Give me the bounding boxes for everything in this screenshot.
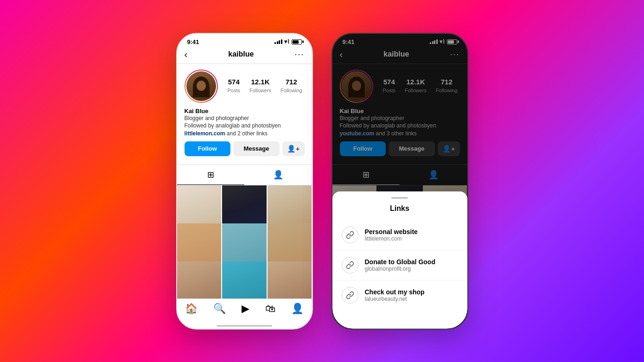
following-label: Following (281, 88, 302, 93)
stat-following: 712 Following (281, 78, 302, 94)
modal-handle (391, 197, 408, 199)
dark-phone-wrapper: 9:41 ▾⌇ ‹ kaiblue ··· (332, 33, 468, 330)
status-icons: ▾⌇ (274, 38, 302, 45)
tab-tagged[interactable]: 👤 (244, 165, 312, 185)
search-nav-item[interactable]: 🔍 (213, 303, 226, 315)
back-button[interactable]: ‹ (185, 49, 188, 60)
grid-cell-7[interactable] (177, 261, 222, 298)
link-text-2: Check out my shop lalueurbeauty.net (365, 288, 425, 302)
nav-bar-light: ‹ kaiblue ··· (177, 47, 312, 64)
avatar-ring (185, 70, 218, 103)
dark-overlay (332, 34, 467, 199)
following-count: 712 (281, 78, 302, 86)
followers-label: Followers (249, 88, 271, 93)
bio-followed-by: Followed by analoglab and photosbyen (185, 122, 305, 130)
link-title-0: Personal website (365, 228, 418, 235)
posts-label: Posts (227, 88, 240, 93)
link-icon-1 (342, 257, 358, 273)
link-item-0[interactable]: Personal website littlelemon.com (332, 220, 467, 250)
light-phone: 9:41 ▾⌇ ‹ kaiblue ··· (176, 33, 313, 330)
bio-description: Blogger and photographer (185, 114, 305, 122)
link-item-2[interactable]: Check out my shop lalueurbeauty.net (332, 280, 467, 310)
tab-bar-light: ⊞ 👤 (177, 165, 312, 185)
link-text-0: Personal website littlelemon.com (365, 228, 418, 242)
signal-icon (274, 39, 282, 44)
home-nav-item[interactable]: 🏠 (185, 303, 198, 315)
message-button[interactable]: Message (233, 141, 280, 156)
stat-posts: 574 Posts (227, 78, 240, 94)
tab-grid[interactable]: ⊞ (177, 165, 245, 185)
photo-grid-light (177, 185, 312, 298)
nav-username: kaiblue (228, 50, 254, 58)
link-url-0: littlelemon.com (365, 235, 418, 242)
bottom-nav-light: 🏠 🔍 ▶ 🛍 👤 (177, 298, 312, 322)
bio-name: Kai Blue (185, 108, 305, 114)
action-buttons-light: Follow Message 👤+ (185, 141, 305, 156)
follow-button[interactable]: Follow (185, 141, 231, 156)
reels-nav-item[interactable]: ▶ (242, 303, 249, 315)
avatar (185, 70, 217, 102)
link-title-1: Donate to Global Good (365, 258, 435, 266)
profile-nav-item[interactable]: 👤 (291, 303, 304, 315)
add-friend-button[interactable]: 👤+ (282, 141, 305, 156)
shop-nav-item[interactable]: 🛍 (265, 303, 275, 315)
dark-phone: 9:41 ▾⌇ ‹ kaiblue ··· (332, 33, 468, 330)
profile-section-light: 574 Posts 12.1K Followers 712 Following … (177, 64, 312, 165)
posts-count: 574 (227, 78, 240, 86)
grid-icon: ⊞ (207, 170, 214, 180)
wifi-icon: ▾⌇ (284, 38, 290, 45)
more-button[interactable]: ··· (294, 50, 304, 59)
stats-row: 574 Posts 12.1K Followers 712 Following (225, 78, 305, 94)
bio-link-row: littlelemon.com and 2 other links (185, 130, 305, 138)
avatar-image (186, 71, 216, 101)
bio-section-light: Kai Blue Blogger and photographer Follow… (185, 108, 305, 138)
link-text-1: Donate to Global Good globalnonprofit.or… (365, 258, 435, 272)
links-modal: Links Personal website littlelemon.com (332, 191, 467, 329)
profile-header: 574 Posts 12.1K Followers 712 Following (185, 70, 305, 103)
link-url-2: lalueurbeauty.net (365, 296, 425, 302)
link-icon-2 (342, 287, 358, 304)
home-indicator-light (217, 325, 272, 327)
battery-icon (292, 39, 302, 44)
link-title-2: Check out my shop (365, 288, 425, 296)
add-friend-icon: 👤+ (287, 145, 300, 152)
modal-title: Links (332, 204, 467, 213)
status-time: 9:41 (187, 38, 199, 45)
stat-followers: 12.1K Followers (249, 78, 271, 94)
grid-cell-9[interactable] (268, 261, 312, 298)
bio-link-extra: and 2 other links (227, 130, 268, 137)
link-item-1[interactable]: Donate to Global Good globalnonprofit.or… (332, 250, 467, 280)
bio-link[interactable]: littlelemon.com (185, 130, 225, 137)
link-icon-0 (342, 227, 358, 243)
status-bar-light: 9:41 ▾⌇ (177, 34, 312, 47)
grid-cell-8[interactable] (222, 261, 267, 298)
link-url-1: globalnonprofit.org (365, 266, 435, 272)
followers-count: 12.1K (249, 78, 271, 86)
tag-icon: 👤 (273, 170, 283, 180)
